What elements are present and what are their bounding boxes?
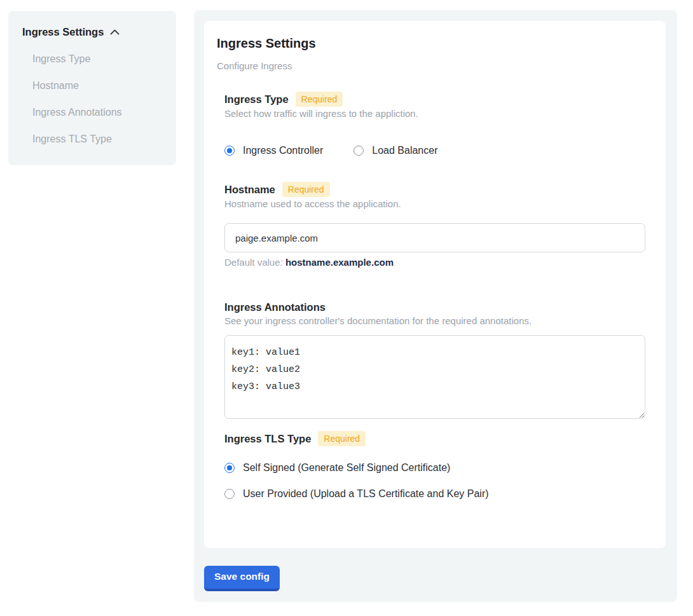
required-badge: Required — [282, 182, 330, 197]
ingress-annotations-textarea[interactable]: key1: value1 key2: value2 key3: value3 — [224, 335, 645, 419]
ingress-tls-type-label: Ingress TLS Type — [224, 432, 311, 446]
save-config-button[interactable]: Save config — [204, 566, 280, 591]
hostname-label: Hostname — [224, 182, 275, 196]
ingress-type-label: Ingress Type — [224, 92, 289, 106]
radio-user-provided[interactable]: User Provided (Upload a TLS Certificate … — [224, 488, 645, 500]
required-badge: Required — [296, 92, 343, 107]
ingress-tls-type-options: Self Signed (Generate Self Signed Certif… — [224, 462, 645, 500]
ingress-type-description: Select how traffic will ingress to the a… — [224, 107, 645, 120]
chevron-up-icon — [110, 29, 120, 35]
radio-self-signed[interactable]: Self Signed (Generate Self Signed Certif… — [224, 462, 645, 474]
default-value-label: Default value: — [224, 257, 283, 268]
ingress-settings-card: Ingress Settings Configure Ingress Ingre… — [204, 21, 666, 548]
radio-selected-icon — [224, 146, 235, 156]
field-ingress-tls-type: Ingress TLS Type Required Self Signed (G… — [224, 431, 645, 500]
nav-items: Ingress Type Hostname Ingress Annotation… — [22, 53, 176, 146]
nav-item-ingress-annotations[interactable]: Ingress Annotations — [32, 106, 176, 119]
nav-item-hostname[interactable]: Hostname — [32, 79, 176, 92]
hostname-default-value: Default value: hostname.example.com — [224, 256, 645, 269]
card-title: Ingress Settings — [217, 34, 645, 52]
radio-label: User Provided (Upload a TLS Certificate … — [243, 488, 489, 500]
nav-item-ingress-type[interactable]: Ingress Type — [32, 53, 176, 65]
radio-selected-icon — [224, 463, 235, 473]
radio-unselected-icon — [353, 146, 364, 156]
nav-section-ingress-settings[interactable]: Ingress Settings — [22, 26, 176, 38]
nav-item-ingress-tls-type[interactable]: Ingress TLS Type — [32, 133, 176, 146]
radio-unselected-icon — [224, 489, 235, 499]
ingress-type-options: Ingress Controller Load Balancer — [224, 144, 645, 157]
radio-label: Self Signed (Generate Self Signed Certif… — [243, 462, 450, 474]
radio-label: Ingress Controller — [243, 144, 323, 157]
field-ingress-type: Ingress Type Required Select how traffic… — [224, 92, 645, 157]
ingress-annotations-description: See your ingress controller's documentat… — [224, 315, 645, 327]
settings-panel: Ingress Settings Configure Ingress Ingre… — [194, 10, 677, 602]
required-badge: Required — [318, 431, 366, 446]
ingress-annotations-label: Ingress Annotations — [224, 300, 326, 314]
default-value-text: hostname.example.com — [285, 257, 394, 268]
hostname-description: Hostname used to access the application. — [224, 198, 645, 210]
settings-nav: Ingress Settings Ingress Type Hostname I… — [8, 11, 176, 165]
radio-load-balancer[interactable]: Load Balancer — [353, 144, 437, 157]
field-ingress-annotations: Ingress Annotations See your ingress con… — [224, 300, 645, 419]
field-hostname: Hostname Required Hostname used to acces… — [224, 182, 645, 269]
radio-label: Load Balancer — [372, 144, 437, 157]
card-subtitle: Configure Ingress — [217, 60, 645, 72]
radio-ingress-controller[interactable]: Ingress Controller — [224, 144, 323, 157]
hostname-input[interactable] — [224, 223, 645, 252]
nav-section-label: Ingress Settings — [22, 26, 104, 38]
